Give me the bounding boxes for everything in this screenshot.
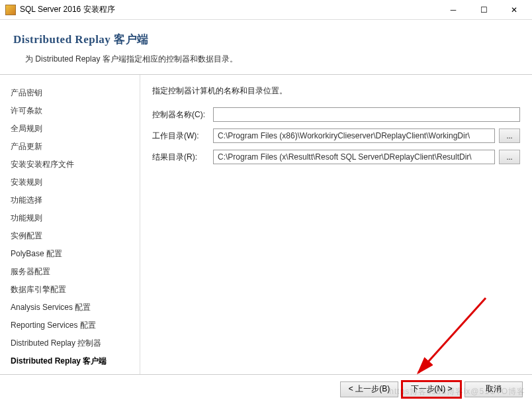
- resultdir-browse-button[interactable]: ...: [499, 150, 520, 164]
- resultdir-input[interactable]: [213, 150, 495, 164]
- page-body: 产品密钥许可条款全局规则产品更新安装安装程序文件安装规则功能选择功能规则实例配置…: [0, 75, 532, 374]
- sidebar-item-8[interactable]: 实例配置: [9, 227, 133, 245]
- page-title: Distributed Replay 客户端: [13, 32, 519, 47]
- sidebar-item-4[interactable]: 安装安装程序文件: [9, 156, 133, 174]
- resultdir-label: 结果目录(R):: [152, 152, 213, 163]
- sidebar-item-11[interactable]: 数据库引擎配置: [9, 281, 133, 299]
- page-subtitle: 为 Distributed Replay 客户端指定相应的控制器和数据目录。: [13, 54, 519, 65]
- sidebar-item-13[interactable]: Reporting Services 配置: [9, 317, 133, 334]
- sidebar-item-1[interactable]: 许可条款: [9, 102, 133, 120]
- sidebar-item-6[interactable]: 功能选择: [9, 191, 133, 209]
- workdir-row: 工作目录(W): ...: [152, 128, 520, 143]
- watermark-text: https博客csdn博客ix@51CTO博客: [389, 386, 525, 397]
- close-button[interactable]: ✕: [499, 1, 529, 19]
- sidebar-item-15[interactable]: Distributed Replay 客户端: [9, 352, 133, 370]
- sidebar-item-5[interactable]: 安装规则: [9, 174, 133, 191]
- window-titlebar: SQL Server 2016 安装程序 ─ ☐ ✕: [0, 0, 532, 20]
- app-icon: [5, 5, 16, 15]
- window-title: SQL Server 2016 安装程序: [20, 4, 438, 15]
- sidebar-item-12[interactable]: Analysis Services 配置: [9, 299, 133, 317]
- sidebar-item-9[interactable]: PolyBase 配置: [9, 245, 133, 263]
- controller-row: 控制器名称(C):: [152, 107, 520, 122]
- sidebar-item-0[interactable]: 产品密钥: [9, 84, 133, 102]
- minimize-button[interactable]: ─: [438, 1, 468, 19]
- wizard-content: 指定控制器计算机的名称和目录位置。 控制器名称(C): 工作目录(W): ...…: [140, 75, 532, 374]
- sidebar-item-2[interactable]: 全局规则: [9, 120, 133, 138]
- workdir-label: 工作目录(W):: [152, 130, 213, 142]
- content-description: 指定控制器计算机的名称和目录位置。: [152, 85, 520, 97]
- resultdir-row: 结果目录(R): ...: [152, 150, 520, 164]
- wizard-sidebar: 产品密钥许可条款全局规则产品更新安装安装程序文件安装规则功能选择功能规则实例配置…: [0, 75, 140, 374]
- sidebar-item-7[interactable]: 功能规则: [9, 209, 133, 227]
- page-header: Distributed Replay 客户端 为 Distributed Rep…: [0, 20, 532, 75]
- workdir-input[interactable]: [213, 128, 495, 143]
- controller-label: 控制器名称(C):: [152, 109, 213, 121]
- sidebar-item-10[interactable]: 服务器配置: [9, 263, 133, 281]
- controller-input[interactable]: [213, 107, 520, 122]
- window-controls: ─ ☐ ✕: [438, 1, 529, 19]
- sidebar-item-14[interactable]: Distributed Replay 控制器: [9, 334, 133, 352]
- workdir-browse-button[interactable]: ...: [499, 128, 520, 143]
- maximize-button[interactable]: ☐: [468, 1, 499, 19]
- sidebar-item-3[interactable]: 产品更新: [9, 138, 133, 156]
